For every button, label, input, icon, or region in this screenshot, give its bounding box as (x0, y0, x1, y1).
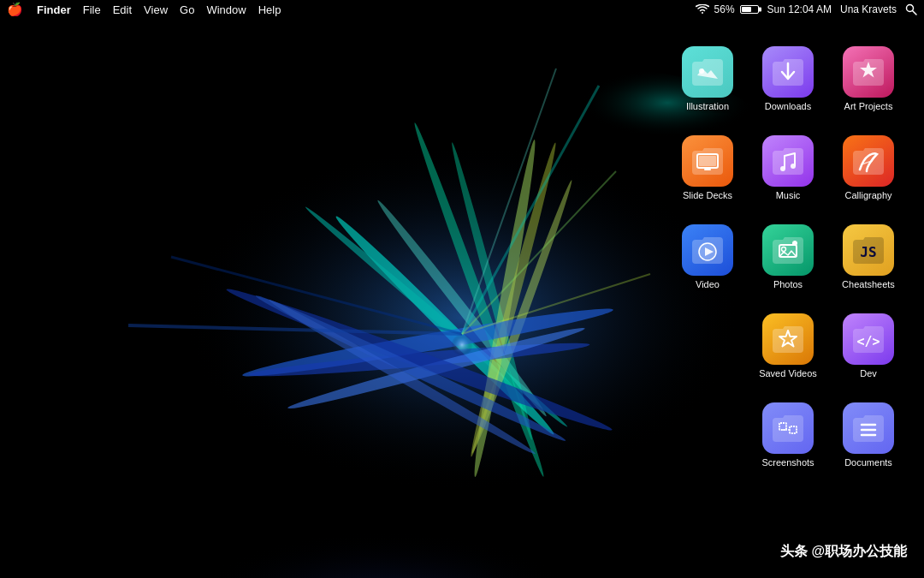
folder-illustration[interactable]: Illustration (669, 30, 746, 116)
art-projects-label: Art Projects (844, 101, 893, 112)
folder-dev[interactable]: </> Dev (830, 297, 907, 383)
svg-point-33 (780, 166, 785, 171)
music-icon-img (762, 135, 814, 187)
svg-point-27 (699, 69, 704, 74)
folder-screenshots[interactable]: Screenshots (749, 386, 826, 472)
documents-label: Documents (844, 457, 892, 468)
menubar-battery-percent: 56% (714, 3, 735, 15)
menubar-edit[interactable]: Edit (113, 3, 132, 16)
folder-cheatsheets[interactable]: JS Cheatsheets (830, 208, 907, 294)
battery-icon (740, 5, 759, 14)
wifi-icon (696, 4, 709, 15)
menubar-file[interactable]: File (83, 3, 101, 16)
illustration-icon-img (682, 46, 733, 98)
cheatsheets-icon-img: JS (843, 224, 894, 276)
svg-point-34 (791, 164, 796, 169)
svg-rect-30 (699, 156, 716, 166)
desktop-icons: Illustration Downloads Art Projects (669, 30, 907, 472)
menubar-window[interactable]: Window (206, 3, 246, 16)
svg-text:JS: JS (860, 244, 876, 260)
slide-decks-label: Slide Decks (683, 190, 732, 201)
folder-slide-decks[interactable]: Slide Decks (669, 119, 746, 205)
calligraphy-icon-img (843, 135, 894, 187)
folder-documents[interactable]: Documents (830, 386, 907, 472)
menubar: 🍎 Finder File Edit View Go Window Help 5… (0, 0, 924, 19)
search-icon[interactable] (905, 3, 917, 15)
menubar-help[interactable]: Help (258, 3, 281, 16)
slide-decks-icon-img (682, 135, 733, 187)
photos-icon-img (762, 224, 814, 276)
illustration-label: Illustration (686, 101, 729, 112)
screenshots-icon-img (762, 402, 814, 454)
watermark: 头条 @职场办公技能 (780, 543, 907, 561)
svg-text:</>: </> (856, 334, 880, 349)
folder-downloads[interactable]: Downloads (749, 30, 826, 116)
menubar-app-name[interactable]: Finder (37, 3, 71, 16)
dev-label: Dev (860, 368, 877, 379)
calligraphy-label: Calligraphy (844, 190, 891, 201)
art-projects-icon-img (843, 46, 894, 98)
folder-video[interactable]: Video (669, 208, 746, 294)
screenshots-label: Screenshots (761, 457, 814, 468)
folder-saved-videos[interactable]: Saved Videos (749, 297, 826, 383)
svg-line-26 (913, 11, 917, 15)
apple-menu[interactable]: 🍎 (7, 2, 23, 17)
cheatsheets-label: Cheatsheets (842, 279, 895, 290)
saved-videos-icon-img (762, 313, 814, 365)
video-label: Video (696, 279, 720, 290)
downloads-label: Downloads (765, 101, 811, 112)
photos-label: Photos (773, 279, 803, 290)
menubar-right: 56% Sun 12:04 AM Una Kravets (696, 3, 917, 15)
saved-videos-label: Saved Videos (759, 368, 817, 379)
folder-photos[interactable]: Photos (749, 208, 826, 294)
menubar-user[interactable]: Una Kravets (840, 3, 897, 15)
video-icon-img (682, 224, 733, 276)
menubar-status-icons: 56% (696, 3, 759, 15)
downloads-icon-img (762, 46, 814, 98)
folder-music[interactable]: Music (749, 119, 826, 205)
menubar-go[interactable]: Go (180, 3, 194, 16)
folder-calligraphy[interactable]: Calligraphy (830, 119, 907, 205)
dev-icon-img: </> (843, 313, 894, 365)
documents-icon-img (843, 402, 894, 454)
folder-art-projects[interactable]: Art Projects (830, 30, 907, 116)
menubar-time: Sun 12:04 AM (767, 3, 832, 15)
music-label: Music (776, 190, 801, 201)
menubar-left: 🍎 Finder File Edit View Go Window Help (7, 2, 281, 17)
menubar-view[interactable]: View (144, 3, 168, 16)
